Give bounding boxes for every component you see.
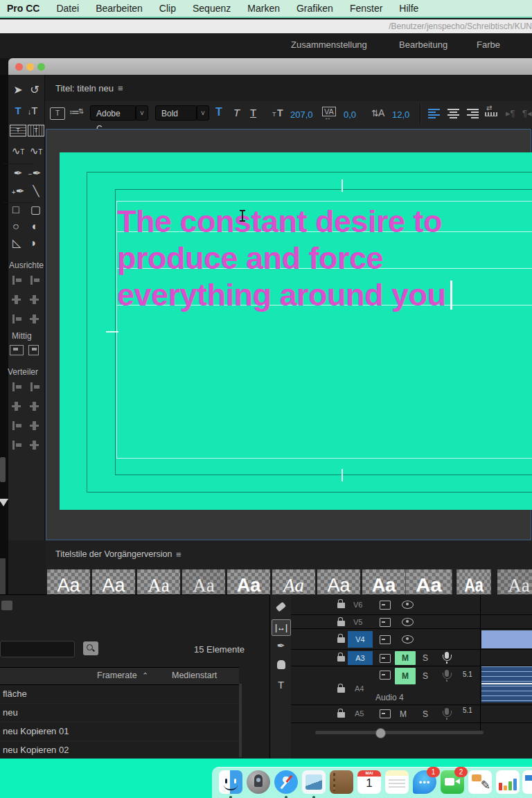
- style-swatch[interactable]: Aa: [362, 569, 405, 597]
- style-swatch[interactable]: Aa: [497, 569, 532, 597]
- facetime-icon[interactable]: 2: [441, 770, 464, 794]
- track-select-tool-icon[interactable]: |↔|: [272, 619, 291, 636]
- timeline-hscrollbar[interactable]: [315, 731, 484, 734]
- align-left-button[interactable]: [428, 109, 440, 118]
- messages-icon[interactable]: ••• 1: [413, 770, 436, 794]
- project-row[interactable]: neu Kopieren 02: [0, 741, 239, 760]
- menu-item-marken[interactable]: Marken: [247, 3, 280, 14]
- source-patch-icon[interactable]: [380, 635, 391, 644]
- sort-ascending-icon[interactable]: ⌃: [142, 671, 148, 680]
- paragraph-rtl-icon[interactable]: ¶◂: [522, 108, 532, 118]
- video-clip[interactable]: [481, 630, 532, 648]
- menu-item-bearbeiten[interactable]: Bearbeiten: [96, 3, 143, 14]
- font-style-chevron-icon[interactable]: ˅: [197, 105, 209, 121]
- column-framerate[interactable]: Framerate: [97, 671, 137, 680]
- bold-button[interactable]: T: [215, 106, 222, 118]
- zoom-window-button[interactable]: [37, 63, 45, 71]
- source-patch-icon[interactable]: [380, 618, 391, 627]
- contacts-icon[interactable]: [330, 770, 353, 794]
- numbers-icon[interactable]: [496, 770, 520, 794]
- style-swatch[interactable]: Aa: [137, 569, 180, 597]
- tab-zusammenstellung[interactable]: Zusammenstellung: [291, 39, 367, 50]
- style-swatch[interactable]: Aa: [317, 569, 360, 597]
- align-right-objects-icon[interactable]: [30, 276, 40, 285]
- distribute-4-icon[interactable]: [30, 402, 40, 411]
- pen-tool-icon[interactable]: ✒: [11, 166, 25, 180]
- distribute-5-icon[interactable]: [12, 421, 22, 430]
- project-row[interactable]: neu Kopieren 01: [0, 722, 239, 741]
- delete-anchor-tool-icon[interactable]: −✒: [28, 166, 42, 180]
- track-label-v5[interactable]: V5: [353, 618, 362, 626]
- menu-item-grafiken[interactable]: Grafiken: [296, 3, 333, 14]
- title-stage[interactable]: The constant desire to produce and force…: [60, 152, 532, 510]
- track-row-a3[interactable]: A3 M S: [291, 650, 532, 666]
- style-swatch[interactable]: Aa: [406, 569, 452, 597]
- leading-value[interactable]: 12,0: [392, 109, 409, 120]
- pages-icon[interactable]: [468, 770, 492, 794]
- solo-button-a3[interactable]: S: [423, 653, 428, 663]
- style-swatch[interactable]: Aa: [182, 569, 225, 597]
- distribute-2-icon[interactable]: [30, 382, 40, 391]
- find-button[interactable]: [83, 641, 98, 655]
- track-label-a4[interactable]: A4: [355, 684, 364, 693]
- align-hcenter-objects-icon[interactable]: [12, 314, 22, 323]
- toggle-track-output-icon[interactable]: [402, 601, 414, 609]
- lock-icon[interactable]: [337, 621, 345, 626]
- align-top-objects-icon[interactable]: [12, 295, 22, 304]
- align-left-objects-icon[interactable]: [12, 276, 22, 285]
- underline-button[interactable]: T: [250, 107, 256, 118]
- safari-icon[interactable]: [274, 770, 298, 794]
- search-input[interactable]: [0, 641, 75, 657]
- mute-button-a3[interactable]: M: [395, 651, 416, 665]
- tab-stops-ruler-icon[interactable]: [485, 112, 497, 116]
- mute-button-a4[interactable]: M: [395, 668, 416, 684]
- source-patch-icon[interactable]: [380, 709, 391, 718]
- style-swatch[interactable]: Aa: [272, 569, 315, 597]
- mute-button-a5[interactable]: M: [400, 709, 407, 719]
- title-text-line-1[interactable]: The constant desire to: [117, 205, 442, 238]
- arc-tool-icon[interactable]: ◖: [30, 222, 37, 231]
- toggle-track-output-icon[interactable]: [402, 618, 414, 626]
- voiceover-mic-icon[interactable]: [445, 708, 449, 715]
- lock-icon[interactable]: [337, 656, 345, 662]
- track-name-audio4[interactable]: Audio 4: [375, 693, 404, 702]
- lock-icon[interactable]: [337, 603, 345, 608]
- rounded-rectangle-tool-icon[interactable]: ▢: [30, 205, 41, 215]
- timeline-hscrollbar-knob[interactable]: [375, 728, 386, 738]
- close-window-button[interactable]: [15, 63, 23, 71]
- track-label-v6[interactable]: V6: [353, 601, 362, 609]
- source-patch-icon[interactable]: [380, 671, 391, 680]
- photos-icon[interactable]: [302, 770, 326, 794]
- vertical-type-tool-icon[interactable]: ↓T: [26, 104, 39, 118]
- rotation-tool-icon[interactable]: ↺: [28, 83, 42, 97]
- align-vcenter-objects-icon[interactable]: [30, 295, 40, 304]
- track-label-a3[interactable]: A3: [348, 651, 373, 665]
- pen-tool-icon[interactable]: ✒: [270, 640, 292, 651]
- title-properties-icon[interactable]: T: [50, 107, 65, 120]
- area-type-tool-icon[interactable]: T: [10, 125, 26, 136]
- align-center-button[interactable]: [447, 109, 459, 118]
- lock-icon[interactable]: [337, 712, 345, 718]
- styles-panel-menu-icon[interactable]: ≡: [176, 549, 181, 560]
- distribute-7-icon[interactable]: [12, 441, 22, 450]
- title-text-line-2[interactable]: produce and force: [117, 242, 383, 275]
- notes-icon[interactable]: [385, 770, 409, 794]
- vertical-scrollbar[interactable]: [239, 684, 242, 757]
- font-family-chevron-icon[interactable]: ˅: [136, 105, 148, 121]
- calendar-icon[interactable]: MAI 1: [357, 770, 381, 794]
- source-patch-icon[interactable]: [380, 654, 391, 663]
- finder-icon[interactable]: [219, 770, 242, 794]
- title-text-line-3[interactable]: everything around you: [117, 278, 452, 312]
- menu-item-clip[interactable]: Clip: [159, 3, 176, 14]
- menu-item-datei[interactable]: Datei: [56, 3, 79, 14]
- tab-bearbeitung[interactable]: Bearbeitung: [399, 39, 447, 50]
- toggle-track-output-icon[interactable]: [402, 635, 414, 644]
- track-row-a4[interactable]: M S 5.1 A4 Audio 4: [291, 666, 532, 705]
- text-bounding-box[interactable]: [116, 201, 532, 459]
- keynote-icon[interactable]: [522, 770, 532, 794]
- hand-tool-icon[interactable]: [270, 659, 292, 672]
- lock-icon[interactable]: [337, 637, 345, 643]
- distribute-1-icon[interactable]: [12, 382, 22, 391]
- source-patch-icon[interactable]: [380, 601, 391, 610]
- menu-item-fenster[interactable]: Fenster: [350, 3, 382, 14]
